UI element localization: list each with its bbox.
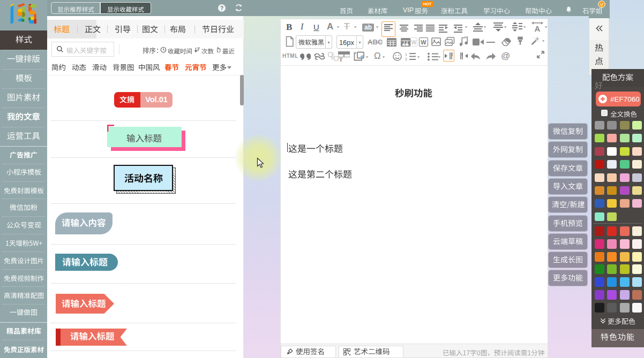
svg-text:2: 2 [405, 57, 407, 61]
svg-text:A: A [535, 24, 541, 32]
svg-text:1: 1 [405, 52, 407, 56]
svg-text:?: ? [220, 5, 223, 11]
svg-text:V: V [600, 2, 603, 7]
svg-text:T: T [339, 57, 343, 62]
svg-text:T: T [330, 56, 333, 61]
